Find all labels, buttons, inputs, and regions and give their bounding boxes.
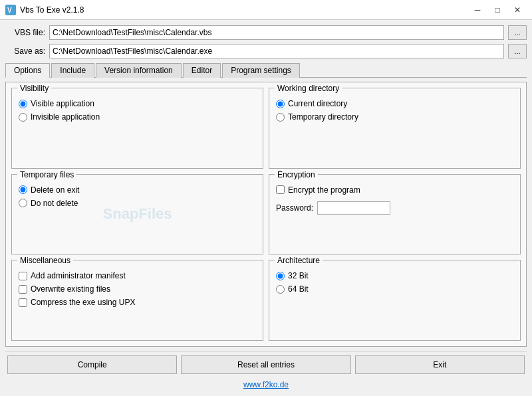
tab-strip: Options Include Version information Edit… <box>5 62 527 78</box>
tab-include[interactable]: Include <box>51 63 94 78</box>
minimize-button[interactable]: ─ <box>468 3 487 17</box>
bottom-bar: Compile Reset all entries Exit <box>5 351 527 374</box>
do-not-delete-radio[interactable] <box>19 199 27 207</box>
overwrite-files-row: Overwrite existing files <box>19 284 256 294</box>
visible-app-row: Visible application <box>19 99 256 108</box>
temp-files-title: Temporary files <box>17 170 76 179</box>
title-bar: V Vbs To Exe v2.1.8 ─ □ ✕ <box>0 0 532 20</box>
compile-button[interactable]: Compile <box>7 355 177 374</box>
maximize-button[interactable]: □ <box>488 3 507 17</box>
overwrite-files-checkbox[interactable] <box>19 285 27 294</box>
visibility-group: Visibility Visible application Invisible… <box>11 88 263 169</box>
visible-app-radio[interactable] <box>19 100 27 108</box>
current-dir-label[interactable]: Current directory <box>288 99 347 108</box>
temp-dir-label[interactable]: Temporary directory <box>288 112 358 122</box>
compress-upx-checkbox[interactable] <box>19 298 27 307</box>
64bit-label[interactable]: 64 Bit <box>288 284 309 294</box>
temp-files-group: Temporary files SnapFiles Delete on exit… <box>11 174 263 255</box>
close-button[interactable]: ✕ <box>508 3 527 17</box>
do-not-delete-label[interactable]: Do not delete <box>31 199 78 208</box>
32bit-row: 32 Bit <box>276 271 513 280</box>
admin-manifest-label[interactable]: Add administrator manifest <box>31 271 126 280</box>
current-dir-radio[interactable] <box>276 100 285 108</box>
save-as-label: Save as: <box>5 47 45 56</box>
working-dir-title: Working directory <box>275 84 342 93</box>
visibility-title: Visibility <box>17 84 51 93</box>
encrypt-program-label[interactable]: Encrypt the program <box>288 185 360 195</box>
tab-options[interactable]: Options <box>5 63 50 78</box>
save-as-input[interactable] <box>49 44 504 58</box>
footer-link[interactable]: www.f2ko.de <box>243 380 289 389</box>
encryption-title: Encryption <box>275 170 318 179</box>
password-input[interactable] <box>317 201 390 215</box>
invisible-app-row: Invisible application <box>19 112 256 122</box>
overwrite-files-label[interactable]: Overwrite existing files <box>31 284 110 294</box>
admin-manifest-row: Add administrator manifest <box>19 271 256 280</box>
password-label: Password: <box>276 203 313 213</box>
vbs-file-label: VBS file: <box>5 28 45 37</box>
vbs-file-row: VBS file: ... <box>5 25 527 40</box>
misc-title: Miscellaneous <box>17 256 73 265</box>
tab-content: Visibility Visible application Invisible… <box>5 82 527 347</box>
arch-title: Architecture <box>275 256 323 265</box>
delete-on-exit-radio[interactable] <box>19 185 27 194</box>
invisible-app-label[interactable]: Invisible application <box>31 112 100 122</box>
temp-dir-radio[interactable] <box>276 113 285 122</box>
misc-group: Miscellaneous Add administrator manifest… <box>11 260 263 341</box>
password-row: Password: <box>276 201 513 215</box>
tab-program-settings[interactable]: Program settings <box>222 63 300 78</box>
vbs-browse-button[interactable]: ... <box>508 25 527 40</box>
save-browse-button[interactable]: ... <box>508 44 527 58</box>
compress-upx-row: Compress the exe using UPX <box>19 298 256 307</box>
vbs-file-input[interactable] <box>49 25 504 40</box>
admin-manifest-checkbox[interactable] <box>19 272 27 280</box>
working-dir-group: Working directory Current directory Temp… <box>269 88 521 169</box>
64bit-row: 64 Bit <box>276 284 513 294</box>
save-as-row: Save as: ... <box>5 44 527 58</box>
reset-button[interactable]: Reset all entries <box>181 355 350 374</box>
window-body: VBS file: ... Save as: ... Options Inclu… <box>0 20 532 396</box>
compress-upx-label[interactable]: Compress the exe using UPX <box>31 298 135 307</box>
footer: www.f2ko.de <box>5 378 527 391</box>
encrypt-program-row: Encrypt the program <box>276 185 513 195</box>
tab-version-information[interactable]: Version information <box>96 63 182 78</box>
tab-editor[interactable]: Editor <box>183 63 221 78</box>
watermark: SnapFiles <box>103 205 172 223</box>
visible-app-label[interactable]: Visible application <box>31 99 94 108</box>
temp-dir-row: Temporary directory <box>276 112 513 122</box>
delete-on-exit-label[interactable]: Delete on exit <box>31 185 79 195</box>
current-dir-row: Current directory <box>276 99 513 108</box>
app-icon: V <box>5 5 16 15</box>
window-title: Vbs To Exe v2.1.8 <box>20 5 84 15</box>
32bit-label[interactable]: 32 Bit <box>288 271 309 280</box>
delete-on-exit-row: Delete on exit <box>19 185 256 195</box>
svg-text:V: V <box>7 7 12 14</box>
encrypt-program-checkbox[interactable] <box>276 185 285 194</box>
exit-button[interactable]: Exit <box>355 355 525 374</box>
encryption-group: Encryption Encrypt the program Password: <box>269 174 521 255</box>
32bit-radio[interactable] <box>276 272 285 280</box>
do-not-delete-row: Do not delete <box>19 199 256 208</box>
invisible-app-radio[interactable] <box>19 113 27 122</box>
arch-group: Architecture 32 Bit 64 Bit <box>269 260 521 341</box>
64bit-radio[interactable] <box>276 285 285 294</box>
